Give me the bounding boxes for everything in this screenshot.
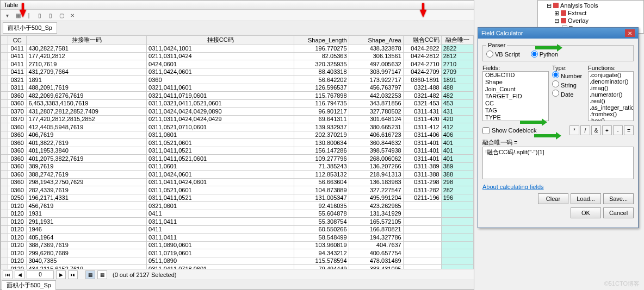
col-shape-length[interactable]: Shape_Length [294,36,349,45]
annotation-green-arrow [534,133,561,138]
table-row[interactable]: 0411431,2709,76640311,0424,060188.403318… [1,68,474,76]
list-item[interactable]: .denominator() [589,78,633,85]
table-row[interactable]: 0250196,2171,43310311,0411,0521131.00534… [1,194,474,202]
table-window: Table ▾ ▦ | ▯ ▯ ▢ ✕ 面积小于500_Sp CC 挂接唯一码 … [0,0,474,290]
table-row[interactable]: 03606,453,3383,4150,76190311,0321,0411,0… [1,99,474,108]
table-row[interactable]: 0120405,19640311,041158.548499194.327786 [1,234,474,242]
table-row[interactable]: 0411177,420,28120211,0311,042482.0536330… [1,52,474,60]
op-button[interactable]: * [569,125,579,135]
col-gj[interactable]: 挂接唯一码 [27,36,147,45]
op-button[interactable]: / [580,125,590,135]
dialog-titlebar[interactable]: Field Calculator ✕ [478,28,638,39]
table-row[interactable]: 01201931041155.604878131.341929 [1,210,474,218]
load-button[interactable]: Load... [571,193,601,204]
fields-label: Fields: [482,65,549,71]
table-row[interactable]: 0360401,1953,38400311,0411,0521156.14728… [1,147,474,155]
table-row[interactable]: 0360482,2069,6276,76190321,0411,0719,060… [1,92,474,100]
bottom-tabbar: 面积小于500_Sp [1,280,474,289]
table-row[interactable]: 0360389,76190311,060171.385243136.207266… [1,162,474,171]
table-row[interactable]: 0360401,2075,3822,76190311,0411,0521,060… [1,155,474,163]
show-all-icon[interactable]: ▦ [85,270,95,279]
list-item[interactable]: Shape [483,79,548,86]
toolbox-icon [561,18,566,23]
nav-last-icon[interactable]: ⏭ [68,270,78,279]
table-row[interactable]: 0120388,7369,76190311,0890,0601103.96081… [1,241,474,249]
watermark: ©51CTO博客 [604,280,640,288]
col-shape-area[interactable]: Shape_Area [349,36,403,45]
list-item[interactable]: .as_integer_ratio() [589,104,633,111]
radio-date[interactable]: Date [552,90,585,99]
toolbar-switch-icon[interactable]: ▯ [46,11,55,20]
clear-button[interactable]: Clear [538,193,568,204]
list-item[interactable]: TAG [483,107,548,114]
table-row[interactable]: 0411430,2822,75810311,0424,1001196.77027… [1,45,474,53]
nav-next-icon[interactable]: ▶ [56,270,66,279]
table-row[interactable]: 0120291,19310311,041155.308754165.572105 [1,218,474,226]
col-gjcc[interactable]: 挂接CC码 [147,36,294,45]
table-row[interactable]: 03211891036056.642202173.9227170360-1891… [1,76,474,84]
col-cc[interactable]: CC [8,36,26,45]
table-row[interactable]: 0360412,4405,5948,76190311,0521,0710,060… [1,123,474,131]
op-button[interactable]: & [591,125,601,135]
op-button[interactable]: + [602,125,612,135]
table-row[interactable]: 01201946041160.550266166.870821 [1,225,474,234]
toolbox-icon [561,10,566,16]
top-tab[interactable]: 面积小于500_Sp [3,22,57,34]
tree-analysis-tools[interactable]: ⊟Analysis Tools [539,2,642,9]
op-button[interactable]: - [613,125,623,135]
expression-textarea[interactable]: !融合CC码!.split("-")[1] [482,147,634,179]
close-icon[interactable]: ✕ [625,29,635,37]
tree-overlay[interactable]: ⊟Overlay [539,17,642,24]
show-selected-icon[interactable]: ▦ [97,270,107,279]
table-row[interactable]: 0370431,2807,2812,2852,74090311,0424,042… [1,108,474,116]
table-row[interactable]: 0360401,3822,76190311,0521,0601130.80063… [1,139,474,147]
help-link[interactable]: About calculating fields [482,184,544,190]
list-item[interactable]: .imag() [589,85,633,91]
nav-prev-icon[interactable]: ◀ [15,270,24,279]
cancel-button[interactable]: Cancel [603,207,634,218]
table-row[interactable]: 0360406,76190311,0601202.370219406.61672… [1,131,474,139]
window-title: Table [1,1,474,10]
functions-listbox[interactable]: .conjugate().denominator().imag().numera… [588,71,634,121]
list-item[interactable]: CC [483,100,548,107]
list-item[interactable]: .fromhex() [589,111,633,117]
list-item[interactable]: .conjugate() [589,72,633,78]
radio-string[interactable]: String [552,80,585,90]
table-row[interactable]: 0120299,6280,76890311,0719,060194.343212… [1,249,474,257]
list-item[interactable]: TARGET_FID [483,93,548,100]
fields-listbox[interactable]: OBJECTIDShapeJoin_CountTARGET_FIDCCTAGTY… [482,71,549,121]
save-button[interactable]: Save... [603,193,634,204]
table-row[interactable]: 0360298,1943,2750,76290311,0411,0424,060… [1,178,474,186]
toolbar-select-icon[interactable]: ▯ [35,11,44,20]
radio-python[interactable]: Python [531,51,558,58]
list-item[interactable]: .hex() [589,117,633,121]
col-rhwy[interactable]: 融合唯一 [441,36,473,45]
expression-label: 融合唯一码 = [482,138,634,147]
tree-extract[interactable]: ⊞Extract [539,9,642,17]
toolbar-export-icon[interactable]: ▢ [57,11,66,20]
list-item[interactable]: Join_Count [483,86,548,93]
toolbar-delete-icon[interactable]: ✕ [68,11,77,20]
col-rhcc[interactable]: 融合CC码 [403,36,441,45]
bottom-tab[interactable]: 面积小于500_Sp [2,280,56,290]
table-row[interactable]: 0311488,2091,76190321,0411,0601126.59653… [1,84,474,92]
toolbar-menu-icon[interactable]: ▾ [3,11,11,20]
nav-first-icon[interactable]: ⏮ [3,270,13,279]
table-row[interactable]: 0360388,2742,76190311,0424,0601112.85313… [1,171,474,179]
radio-number[interactable]: Number [552,71,585,80]
show-codeblock-label: Show Codeblock [492,127,537,134]
list-item[interactable]: OBJECTID [483,72,548,79]
table-row[interactable]: 0370177,420,2812,2815,28520211,0311,0424… [1,115,474,123]
radio-vbscript[interactable]: VB Script [486,51,520,58]
ok-button[interactable]: OK [571,207,601,218]
table-row[interactable]: 01203040,73850511,0890115.578594478.0314… [1,257,474,265]
table-row[interactable]: 04112710,76190424,0601320.325935497.0056… [1,60,474,68]
show-codeblock-checkbox[interactable] [482,127,490,134]
list-item[interactable]: .real() [589,98,633,104]
grid[interactable]: CC 挂接唯一码 挂接CC码 Shape_Length Shape_Area 融… [1,35,474,273]
table-row[interactable]: 0360282,4339,76190311,0521,0601104.87388… [1,186,474,194]
nav-position-input[interactable] [27,270,54,279]
op-button[interactable]: = [624,125,634,135]
list-item[interactable]: .numerator() [589,91,633,98]
table-row[interactable]: 0120456,76190321,060192.416035423.262965 [1,202,474,210]
